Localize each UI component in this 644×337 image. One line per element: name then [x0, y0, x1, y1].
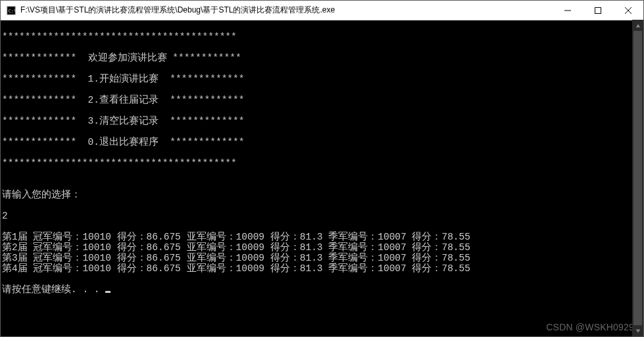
continue-text: 请按任意键继续. . . — [2, 284, 105, 295]
scroll-track[interactable] — [632, 31, 643, 325]
record-row: 第1届 冠军编号：10010 得分：86.675 亚军编号：10009 得分：8… — [2, 232, 642, 242]
menu-welcome: ************* 欢迎参加演讲比赛 ************ — [2, 53, 642, 63]
menu-border-bottom: ****************************************… — [2, 158, 642, 168]
user-input: 2 — [2, 211, 642, 221]
window-title: F:\VS项目\基于STL的演讲比赛流程管理系统\Debug\基于STL的演讲比… — [20, 5, 335, 16]
svg-text:C:\: C:\ — [9, 8, 16, 13]
titlebar[interactable]: C:\ F:\VS项目\基于STL的演讲比赛流程管理系统\Debug\基于STL… — [1, 1, 643, 20]
menu-option-1: ************* 1.开始演讲比赛 ************* — [2, 74, 642, 84]
scroll-thumb[interactable] — [633, 31, 642, 325]
app-window: C:\ F:\VS项目\基于STL的演讲比赛流程管理系统\Debug\基于STL… — [0, 0, 644, 337]
records-list: 第1届 冠军编号：10010 得分：86.675 亚军编号：10009 得分：8… — [2, 232, 642, 274]
menu-option-2: ************* 2.查看往届记录 ************* — [2, 95, 642, 105]
input-prompt: 请输入您的选择： — [2, 190, 642, 200]
window-controls — [553, 1, 643, 20]
svg-rect-3 — [595, 7, 601, 13]
svg-marker-6 — [635, 24, 639, 27]
cursor-icon — [105, 291, 111, 293]
app-icon: C:\ — [6, 5, 16, 16]
close-button[interactable] — [613, 1, 643, 20]
console-output[interactable]: ****************************************… — [1, 20, 643, 336]
record-row: 第3届 冠军编号：10010 得分：86.675 亚军编号：10009 得分：8… — [2, 253, 642, 263]
continue-prompt: 请按任意键继续. . . — [2, 284, 642, 295]
svg-marker-7 — [635, 329, 639, 332]
record-row: 第2届 冠军编号：10010 得分：86.675 亚军编号：10009 得分：8… — [2, 242, 642, 253]
menu-border-top: ****************************************… — [2, 32, 642, 42]
vertical-scrollbar[interactable] — [632, 20, 643, 336]
scroll-up-button[interactable] — [632, 20, 643, 31]
maximize-button[interactable] — [583, 1, 613, 20]
scroll-down-button[interactable] — [632, 325, 643, 336]
watermark: CSDN @WSKH0929 — [546, 322, 634, 332]
minimize-button[interactable] — [553, 1, 583, 20]
menu-option-0: ************* 0.退出比赛程序 ************* — [2, 137, 642, 147]
record-row: 第4届 冠军编号：10010 得分：86.675 亚军编号：10009 得分：8… — [2, 263, 642, 274]
menu-option-3: ************* 3.清空比赛记录 ************* — [2, 116, 642, 126]
